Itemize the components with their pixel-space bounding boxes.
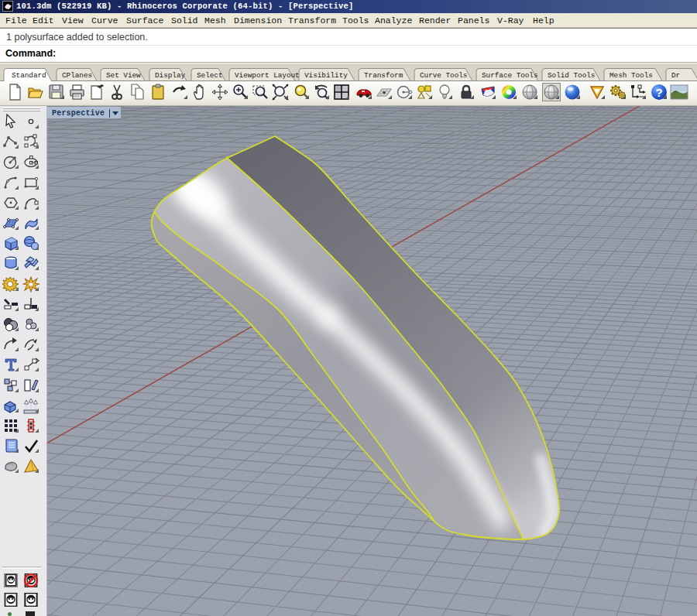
svg-text:Set View: Set View [106, 71, 141, 80]
svg-text:Viewport Layout: Viewport Layout [235, 71, 300, 80]
svg-text:Transform: Transform [364, 71, 403, 80]
svg-text:Surface Tools: Surface Tools [482, 71, 538, 80]
svg-text:Mesh Tools: Mesh Tools [609, 71, 653, 80]
svg-text:?: ? [655, 86, 662, 99]
svg-text:Curve Tools: Curve Tools [420, 71, 467, 80]
svg-text:Standard: Standard [12, 71, 46, 80]
svg-text:Dr: Dr [671, 71, 680, 80]
svg-text:Visibility: Visibility [304, 71, 348, 80]
svg-text:CPlanes: CPlanes [62, 71, 92, 80]
svg-text:Display: Display [155, 71, 185, 80]
svg-text:Solid Tools: Solid Tools [548, 71, 595, 80]
svg-text:Select: Select [197, 71, 222, 80]
